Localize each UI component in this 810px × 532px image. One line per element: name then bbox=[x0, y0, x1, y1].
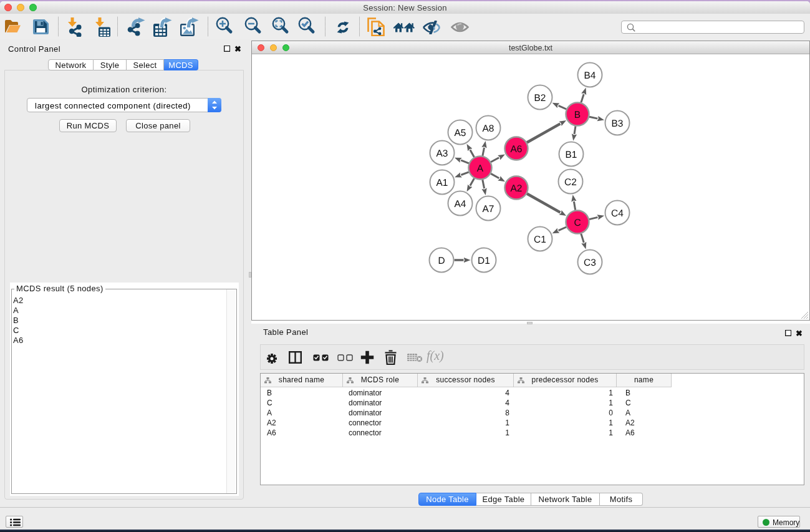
svg-text:A6: A6 bbox=[511, 144, 523, 155]
svg-text:C1: C1 bbox=[534, 235, 546, 245]
svg-text:B: B bbox=[574, 110, 581, 120]
svg-text:C: C bbox=[574, 218, 581, 228]
svg-text:D1: D1 bbox=[478, 256, 490, 266]
svg-text:C4: C4 bbox=[611, 208, 624, 219]
svg-text:C3: C3 bbox=[584, 258, 596, 268]
svg-text:B4: B4 bbox=[584, 70, 596, 81]
svg-text:C2: C2 bbox=[564, 177, 577, 188]
svg-text:B2: B2 bbox=[534, 93, 546, 104]
svg-text:A7: A7 bbox=[483, 204, 494, 215]
svg-text:A5: A5 bbox=[455, 128, 466, 138]
svg-text:D: D bbox=[438, 256, 445, 266]
svg-text:A4: A4 bbox=[455, 199, 466, 210]
svg-text:A3: A3 bbox=[436, 148, 448, 159]
svg-text:A: A bbox=[477, 163, 484, 174]
svg-text:A2: A2 bbox=[511, 183, 523, 194]
svg-text:A8: A8 bbox=[483, 123, 494, 134]
svg-text:B3: B3 bbox=[612, 118, 624, 129]
svg-text:B1: B1 bbox=[566, 150, 577, 160]
svg-text:A1: A1 bbox=[436, 178, 448, 188]
